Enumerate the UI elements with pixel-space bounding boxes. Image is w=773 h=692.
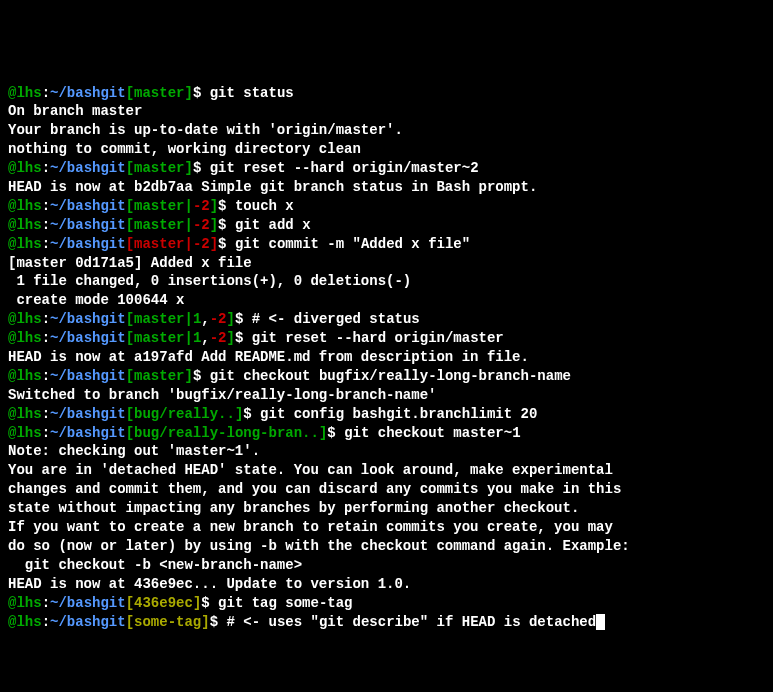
output-line: Your branch is up-to-date with 'origin/m…: [8, 121, 765, 140]
prompt-line[interactable]: @lhs:~/bashgit[master]$ git checkout bug…: [8, 367, 765, 386]
prompt-colon: :: [42, 236, 50, 252]
prompt-dollar: $: [218, 236, 235, 252]
prompt-divider: |: [184, 198, 192, 214]
prompt-dollar: $: [243, 406, 260, 422]
command-text: git tag some-tag: [218, 595, 352, 611]
prompt-line[interactable]: @lhs:~/bashgit[436e9ec]$ git tag some-ta…: [8, 594, 765, 613]
prompt-colon: :: [42, 311, 50, 327]
prompt-bracket-close: ]: [210, 198, 218, 214]
prompt-colon: :: [42, 198, 50, 214]
prompt-bracket-close: ]: [184, 368, 192, 384]
prompt-user: lhs: [16, 406, 41, 422]
prompt-path: ~/bashgit: [50, 236, 126, 252]
output-line: create mode 100644 x: [8, 291, 765, 310]
output-line: Note: checking out 'master~1'.: [8, 442, 765, 461]
output-line: 1 file changed, 0 insertions(+), 0 delet…: [8, 272, 765, 291]
prompt-path: ~/bashgit: [50, 330, 126, 346]
prompt-user: lhs: [16, 85, 41, 101]
prompt-dollar: $: [218, 198, 235, 214]
prompt-user: lhs: [16, 614, 41, 630]
output-line: changes and commit them, and you can dis…: [8, 480, 765, 499]
prompt-bracket-open: [: [126, 217, 134, 233]
prompt-bracket-open: [: [126, 614, 134, 630]
prompt-bracket-close: ]: [201, 614, 209, 630]
command-text: touch x: [235, 198, 294, 214]
prompt-status: -2: [193, 198, 210, 214]
prompt-colon: :: [42, 217, 50, 233]
command-text: git status: [210, 85, 294, 101]
prompt-bracket-close: ]: [210, 236, 218, 252]
prompt-path: ~/bashgit: [50, 614, 126, 630]
prompt-dollar: $: [235, 330, 252, 346]
prompt-line[interactable]: @lhs:~/bashgit[master|-2]$ git commit -m…: [8, 235, 765, 254]
prompt-divider: |: [184, 236, 192, 252]
prompt-dollar: $: [218, 217, 235, 233]
prompt-bracket-open: [: [126, 330, 134, 346]
prompt-dollar: $: [193, 85, 210, 101]
prompt-line[interactable]: @lhs:~/bashgit[master|-2]$ git add x: [8, 216, 765, 235]
command-text: git commit -m "Added x file": [235, 236, 470, 252]
prompt-branch: master: [134, 368, 184, 384]
prompt-colon: :: [42, 330, 50, 346]
command-text: # <- diverged status: [252, 311, 420, 327]
prompt-dollar: $: [327, 425, 344, 441]
prompt-line[interactable]: @lhs:~/bashgit[master|1,-2]$ # <- diverg…: [8, 310, 765, 329]
prompt-dollar: $: [210, 614, 227, 630]
output-line: On branch master: [8, 102, 765, 121]
prompt-divider: |: [184, 330, 192, 346]
prompt-bracket-open: [: [126, 85, 134, 101]
prompt-branch: master: [134, 85, 184, 101]
prompt-bracket-open: [: [126, 368, 134, 384]
prompt-status: -2: [193, 236, 210, 252]
prompt-branch: master: [134, 198, 184, 214]
prompt-bracket-open: [: [126, 160, 134, 176]
output-line: HEAD is now at b2db7aa Simple git branch…: [8, 178, 765, 197]
prompt-line[interactable]: @lhs:~/bashgit[bug/really..]$ git config…: [8, 405, 765, 424]
terminal[interactable]: @lhs:~/bashgit[master]$ git statusOn bra…: [8, 84, 765, 632]
prompt-comma: ,: [201, 311, 209, 327]
prompt-bracket-close: ]: [210, 217, 218, 233]
prompt-path: ~/bashgit: [50, 198, 126, 214]
output-line: HEAD is now at 436e9ec... Update to vers…: [8, 575, 765, 594]
prompt-user: lhs: [16, 236, 41, 252]
prompt-user: lhs: [16, 368, 41, 384]
prompt-branch: master: [134, 311, 184, 327]
prompt-branch: 436e9ec: [134, 595, 193, 611]
prompt-line[interactable]: @lhs:~/bashgit[bug/really-long-bran..]$ …: [8, 424, 765, 443]
prompt-bracket-close: ]: [184, 85, 192, 101]
command-text: git config bashgit.branchlimit 20: [260, 406, 537, 422]
prompt-line[interactable]: @lhs:~/bashgit[master|1,-2]$ git reset -…: [8, 329, 765, 348]
prompt-line[interactable]: @lhs:~/bashgit[some-tag]$ # <- uses "git…: [8, 613, 765, 632]
prompt-dollar: $: [193, 160, 210, 176]
prompt-dollar: $: [201, 595, 218, 611]
output-line: nothing to commit, working directory cle…: [8, 140, 765, 159]
prompt-path: ~/bashgit: [50, 160, 126, 176]
prompt-path: ~/bashgit: [50, 368, 126, 384]
output-line: If you want to create a new branch to re…: [8, 518, 765, 537]
prompt-bracket-open: [: [126, 311, 134, 327]
prompt-divider: |: [184, 311, 192, 327]
prompt-bracket-close: ]: [227, 330, 235, 346]
prompt-line[interactable]: @lhs:~/bashgit[master]$ git status: [8, 84, 765, 103]
prompt-colon: :: [42, 425, 50, 441]
cursor: [596, 614, 605, 630]
prompt-bracket-open: [: [126, 236, 134, 252]
prompt-colon: :: [42, 614, 50, 630]
prompt-branch: bug/really-long-bran..: [134, 425, 319, 441]
prompt-bracket-close: ]: [184, 160, 192, 176]
prompt-line[interactable]: @lhs:~/bashgit[master|-2]$ touch x: [8, 197, 765, 216]
prompt-branch: master: [134, 217, 184, 233]
prompt-user: lhs: [16, 595, 41, 611]
prompt-line[interactable]: @lhs:~/bashgit[master]$ git reset --hard…: [8, 159, 765, 178]
prompt-user: lhs: [16, 330, 41, 346]
prompt-user: lhs: [16, 217, 41, 233]
prompt-colon: :: [42, 160, 50, 176]
command-text: git reset --hard origin/master~2: [210, 160, 479, 176]
command-text: git checkout bugfix/really-long-branch-n…: [210, 368, 571, 384]
prompt-path: ~/bashgit: [50, 85, 126, 101]
prompt-comma: ,: [201, 330, 209, 346]
prompt-path: ~/bashgit: [50, 425, 126, 441]
prompt-colon: :: [42, 368, 50, 384]
prompt-path: ~/bashgit: [50, 595, 126, 611]
prompt-branch: master: [134, 330, 184, 346]
